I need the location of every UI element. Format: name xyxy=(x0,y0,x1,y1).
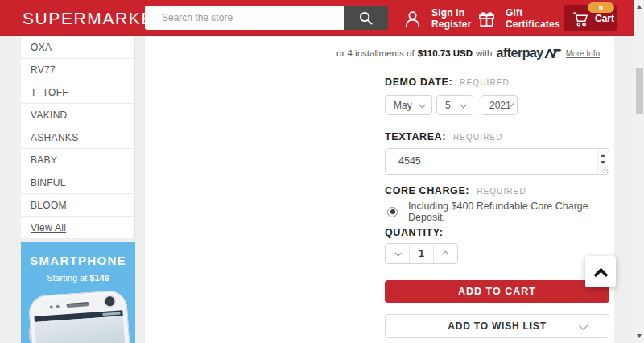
textarea-required-flag: REQUIRED xyxy=(453,133,503,142)
installments-prefix: or 4 installments of xyxy=(336,48,415,58)
user-icon xyxy=(403,10,422,27)
register-label: Register xyxy=(431,19,472,30)
cart-icon xyxy=(572,10,588,27)
scrollbar-down-arrow-icon[interactable] xyxy=(637,334,642,338)
year-select-value: 2021 xyxy=(489,100,511,111)
gift-icon xyxy=(477,10,496,27)
textarea-label-row: TEXTAREA:REQUIRED xyxy=(385,131,503,143)
sidebar-item-bloom[interactable]: BLOOM xyxy=(21,194,134,217)
arrow-up-icon xyxy=(593,267,608,282)
gift-label: Gift xyxy=(506,7,560,19)
page: SUPERMARKET Sign in Register Gift Certif… xyxy=(0,0,644,343)
phone-speaker xyxy=(67,302,89,308)
quantity-label: QUANTITY: xyxy=(385,227,444,238)
textarea-field[interactable]: 4545 xyxy=(385,148,609,175)
demo-date-required-flag: REQUIRED xyxy=(460,78,510,87)
chevron-down-icon xyxy=(579,321,588,330)
sidebar-item-binful[interactable]: BiNFUL xyxy=(21,172,134,194)
sidebar-item-ashanks[interactable]: ASHANKS xyxy=(21,126,134,149)
core-charge-required-flag: REQUIRED xyxy=(477,187,526,196)
day-select-value: 5 xyxy=(445,100,451,111)
demo-date-label: DEMO DATE: xyxy=(385,76,452,88)
certificates-label: Certificates xyxy=(506,19,560,30)
chevron-down-icon xyxy=(419,101,425,108)
day-select[interactable]: 5 xyxy=(436,95,473,115)
textarea-value: 4545 xyxy=(398,155,421,167)
textarea-label: TEXTAREA: xyxy=(385,131,446,143)
view-all-link[interactable]: View All xyxy=(21,217,134,239)
back-to-top-button[interactable] xyxy=(585,256,616,287)
afterpay-logo: afterpay xyxy=(497,46,543,60)
smartphone-promo-banner[interactable]: SMARTPHONE Starting at $149 xyxy=(21,242,135,343)
core-charge-option-row: Including $400 Refundable Core Charge De… xyxy=(387,200,614,223)
search-button[interactable] xyxy=(344,6,388,30)
core-charge-label: CORE CHARGE: xyxy=(385,185,469,196)
add-to-wish-list-button[interactable]: ADD TO WISH LIST xyxy=(385,314,609,338)
scrollbar-thumb[interactable] xyxy=(636,68,643,114)
quantity-decrease-button[interactable] xyxy=(386,244,409,263)
installments-line: or 4 installments of $110.73 USD with af… xyxy=(336,46,600,60)
more-info-link[interactable]: More Info xyxy=(566,49,600,58)
phone-sensor-dots xyxy=(50,305,61,309)
core-charge-radio[interactable] xyxy=(387,207,398,217)
scroll-up-icon[interactable] xyxy=(601,154,605,157)
phone-camera xyxy=(105,296,115,307)
installments-connector: with xyxy=(476,48,492,58)
quantity-stepper: 1 xyxy=(385,243,458,264)
gift-certificates-link[interactable]: Gift Certificates xyxy=(477,0,560,36)
installment-amount: $110.73 USD xyxy=(418,48,473,58)
chevron-up-icon xyxy=(442,250,448,257)
sidebar-item-t-toff[interactable]: T- TOFF xyxy=(21,81,134,104)
scrollbar-up-arrow-icon[interactable] xyxy=(637,5,642,9)
sidebar-item-vakind[interactable]: VAKIND xyxy=(21,104,134,126)
sidebar-item-rv77[interactable]: RV77 xyxy=(21,59,134,81)
quantity-increase-button[interactable] xyxy=(434,244,457,263)
quantity-value[interactable]: 1 xyxy=(409,244,434,263)
add-to-wish-list-label: ADD TO WISH LIST xyxy=(448,320,547,332)
header: SUPERMARKET Sign in Register Gift Certif… xyxy=(0,0,634,36)
sign-in-register-link[interactable]: Sign in Register xyxy=(403,0,472,36)
chevron-down-icon xyxy=(394,250,401,256)
cart-label: Cart xyxy=(595,13,614,24)
cart-count-badge: 0 xyxy=(588,2,614,13)
smartphone-image xyxy=(28,290,131,343)
brand-sidebar: OXA RV77 T- TOFF VAKIND ASHANKS BABY BiN… xyxy=(21,36,135,239)
search-icon xyxy=(358,10,374,26)
sidebar-item-oxa[interactable]: OXA xyxy=(21,36,134,59)
month-select[interactable]: May xyxy=(385,95,432,115)
search-input[interactable] xyxy=(145,6,344,30)
demo-date-label-row: DEMO DATE:REQUIRED xyxy=(385,76,510,88)
year-select[interactable]: 2021 xyxy=(481,95,518,115)
promo-title: SMARTPHONE xyxy=(21,254,135,267)
afterpay-arrow-icon xyxy=(544,48,562,59)
quantity-label-row: QUANTITY: xyxy=(385,227,444,238)
add-to-cart-button[interactable]: ADD TO CART xyxy=(385,280,609,303)
core-charge-label-row: CORE CHARGE:REQUIRED xyxy=(385,185,526,196)
promo-subtitle: Starting at $149 xyxy=(21,273,135,283)
product-details-panel: or 4 installments of $110.73 USD with af… xyxy=(145,36,614,343)
chevron-down-icon xyxy=(460,101,466,108)
promo-price: $149 xyxy=(89,273,109,283)
core-charge-option-label[interactable]: Including $400 Refundable Core Charge De… xyxy=(408,200,614,223)
phone-side-button xyxy=(29,329,32,341)
sidebar-item-baby[interactable]: BABY xyxy=(21,149,134,172)
store-logo[interactable]: SUPERMARKET xyxy=(23,0,165,36)
scroll-down-icon[interactable] xyxy=(601,161,605,164)
page-scrollbar[interactable] xyxy=(634,0,644,343)
month-select-value: May xyxy=(394,100,412,111)
sign-in-label: Sign in xyxy=(431,7,472,19)
